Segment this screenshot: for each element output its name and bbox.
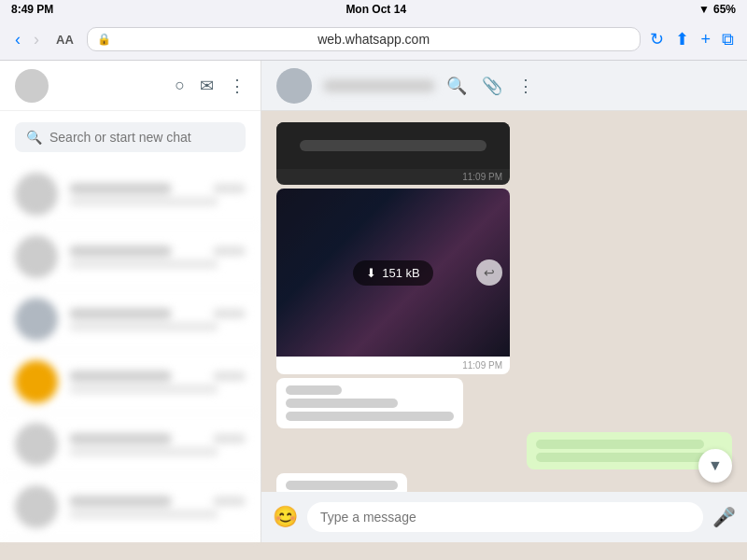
list-item[interactable] (0, 476, 261, 539)
messages-area: 11:09 PM ⬇ 151 kB ↩ 11:09 PM (261, 111, 747, 492)
chat-header-icons: 🔍 📎 ⋮ (446, 76, 534, 96)
chat-time (213, 434, 246, 443)
chat-menu-button[interactable]: ⋮ (517, 76, 534, 96)
chat-area: 🔍 📎 ⋮ 11:09 PM (261, 61, 747, 542)
blur-line (536, 453, 723, 462)
message-input-area: 😊 🎤 (261, 492, 747, 542)
new-chat-button[interactable]: ✉ (200, 76, 214, 96)
chat-header: 🔍 📎 ⋮ (261, 61, 747, 111)
emoji-button[interactable]: 😊 (273, 505, 298, 529)
user-avatar[interactable] (15, 69, 49, 103)
message-media-received: ⬇ 151 kB ↩ 11:09 PM (276, 189, 510, 374)
chat-info (69, 245, 246, 269)
new-tab-button[interactable]: + (698, 28, 712, 51)
menu-button[interactable]: ⋮ (229, 76, 246, 96)
reload-button[interactable]: ↻ (648, 27, 666, 51)
download-icon: ⬇ (366, 266, 376, 280)
chat-contact-name (323, 79, 435, 92)
blur-line (286, 412, 454, 421)
list-item[interactable] (0, 226, 261, 288)
emoji-icon: 😊 (273, 505, 298, 528)
tabs-button[interactable]: ⧉ (720, 28, 736, 51)
media-bubble: ⬇ 151 kB ↩ 11:09 PM (276, 189, 510, 374)
list-item[interactable] (0, 288, 261, 351)
download-size: 151 kB (382, 266, 419, 280)
message-received: 11:09 PM (276, 122, 510, 185)
avatar (15, 235, 58, 278)
chat-list (0, 163, 261, 542)
blur-line (286, 399, 398, 408)
message-input[interactable] (307, 502, 703, 532)
back-button[interactable]: ‹ (11, 28, 24, 51)
download-button[interactable]: ⬇ 151 kB (353, 260, 432, 286)
lock-icon: 🔒 (97, 33, 111, 46)
avatar (15, 360, 58, 403)
status-day: Mon Oct 14 (345, 3, 406, 16)
message-received (276, 473, 407, 492)
avatar (15, 485, 58, 528)
chat-preview (69, 197, 218, 206)
browser-chrome: ‹ › AA 🔒 web.whatsapp.com ↻ ⬆ + ⧉ (0, 19, 747, 61)
chat-name (69, 183, 172, 194)
list-item[interactable] (0, 413, 261, 476)
chevron-down-icon: ▼ (708, 457, 723, 474)
blur-line (536, 440, 704, 449)
chat-preview (69, 322, 218, 331)
status-indicators: ▼ 65% (698, 3, 736, 16)
dark-media-bubble: 11:09 PM (276, 122, 510, 185)
list-item[interactable] (0, 539, 261, 542)
attach-button[interactable]: 📎 (482, 76, 502, 96)
list-item[interactable] (0, 351, 261, 413)
share-button[interactable]: ⬆ (673, 27, 691, 51)
search-input[interactable] (49, 130, 234, 145)
message-received (276, 378, 463, 428)
status-time: 8:49 PM (11, 3, 53, 16)
chat-contact-avatar[interactable] (276, 68, 312, 104)
sidebar-header-actions: ○ ✉ ⋮ (175, 76, 246, 96)
search-chat-button[interactable]: 🔍 (446, 76, 467, 96)
list-item[interactable] (0, 163, 261, 226)
status-bar: 8:49 PM Mon Oct 14 ▼ 65% (0, 0, 747, 19)
chat-preview (69, 447, 218, 456)
chat-preview (69, 385, 218, 394)
dark-media-time: 11:09 PM (276, 169, 510, 185)
search-icon: 🔍 (26, 130, 42, 145)
dark-media-content (276, 122, 510, 169)
chat-preview (69, 259, 218, 269)
forward-button[interactable]: ↩ (476, 259, 502, 286)
address-bar[interactable]: 🔒 web.whatsapp.com (87, 27, 641, 51)
chat-info (69, 433, 246, 456)
chat-info (69, 183, 246, 206)
chat-name (69, 245, 172, 257)
chat-info (69, 496, 246, 519)
message-bubble (276, 473, 407, 492)
chat-info (69, 308, 246, 331)
battery-text: 65% (713, 3, 736, 16)
toolbar-actions: ↻ ⬆ + ⧉ (648, 27, 736, 51)
app-container: ○ ✉ ⋮ 🔍 (0, 61, 747, 542)
chat-time (213, 184, 246, 193)
chat-preview (69, 510, 218, 519)
chat-name (69, 371, 172, 382)
search-container: 🔍 (0, 111, 261, 163)
blur-line (286, 385, 342, 395)
forward-button[interactable]: › (30, 28, 43, 51)
dark-media-blur (300, 140, 486, 151)
status-button[interactable]: ○ (175, 76, 185, 95)
url-text: web.whatsapp.com (117, 32, 631, 47)
chat-time (213, 497, 246, 506)
scroll-bottom-button[interactable]: ▼ (698, 449, 732, 483)
avatar (15, 298, 58, 341)
reader-mode-button[interactable]: AA (50, 31, 79, 49)
chat-name (69, 433, 172, 444)
media-time: 11:09 PM (276, 357, 510, 374)
message-bubble (276, 378, 463, 428)
sidebar-header: ○ ✉ ⋮ (0, 61, 261, 111)
mic-button[interactable]: 🎤 (712, 506, 736, 528)
browser-toolbar: ‹ › AA 🔒 web.whatsapp.com ↻ ⬆ + ⧉ (0, 19, 747, 60)
chat-info (69, 371, 246, 394)
media-thumbnail: ⬇ 151 kB ↩ (276, 189, 510, 357)
avatar (15, 173, 58, 216)
blur-line (286, 481, 398, 490)
avatar (15, 423, 58, 466)
